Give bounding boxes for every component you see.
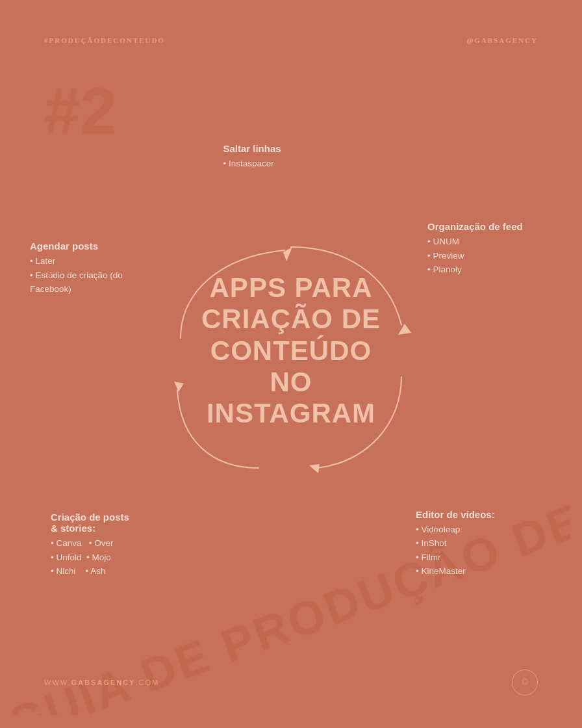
section-organizacao-item-1: • UNUM — [427, 235, 551, 249]
footer-url-bold: GABSAGENCY — [71, 679, 136, 686]
section-editor-item-1: • Videoleap — [416, 523, 546, 537]
section-organizacao: Organização de feed • UNUM • Preview • P… — [427, 221, 551, 277]
section-editor: Editor de vídeos: • Videoleap • InShot •… — [416, 509, 546, 578]
handle-label: @GABSAGENCY — [466, 36, 538, 44]
section-criacao-item-3: • Nichi • Ash — [51, 564, 207, 578]
section-editor-item-3: • Filmr — [416, 551, 546, 565]
top-bar: #PRODUÇÃODECONTEÚDO @GABSAGENCY — [12, 13, 570, 44]
section-organizacao-title: Organização de feed — [427, 221, 551, 232]
footer-circle: © — [512, 670, 538, 696]
section-saltar-title: Saltar linhas — [223, 143, 281, 154]
section-agendar-title: Agendar posts — [30, 240, 144, 252]
section-editor-title: Editor de vídeos: — [416, 509, 546, 520]
center-title: APPS PARA CRIAÇÃO DE CONTEÚDO NO INSTAGR… — [187, 272, 395, 429]
section-editor-item-4: • KineMaster — [416, 564, 546, 578]
section-agendar-item-1: • Later — [30, 254, 144, 268]
section-organizacao-item-3: • Planoly — [427, 263, 551, 277]
main-title: APPS PARA CRIAÇÃO DE CONTEÚDO NO INSTAGR… — [187, 272, 395, 429]
section-saltar-item-1: • Instaspacer — [223, 157, 281, 171]
hashtag-label: #PRODUÇÃODECONTEÚDO — [44, 36, 165, 44]
footer-url: WWW.GABSAGENCY.COM — [44, 679, 159, 686]
section-agendar: Agendar posts • Later • Estúdio de criaç… — [30, 240, 144, 296]
section-saltar-linhas: Saltar linhas • Instaspacer — [223, 143, 281, 171]
section-editor-item-2: • InShot — [416, 536, 546, 551]
svg-marker-0 — [398, 324, 411, 335]
section-criacao: Criação de posts& stories: • Canva • Ove… — [51, 512, 207, 578]
svg-marker-1 — [309, 464, 320, 473]
section-agendar-item-2: • Estúdio de criação (do Facebook) — [30, 268, 144, 296]
svg-marker-3 — [283, 247, 292, 261]
section-criacao-item-1: • Canva • Over — [51, 536, 207, 551]
number-badge: #2 — [44, 78, 116, 143]
section-organizacao-item-2: • Preview — [427, 249, 551, 263]
section-criacao-title: Criação de posts& stories: — [51, 512, 207, 534]
svg-marker-2 — [174, 382, 184, 392]
card: GUIA DE PRODUÇÃO DE CONTEÚDO DE #PRODUÇÃ… — [12, 13, 570, 715]
section-criacao-item-2: • Unfold • Mojo — [51, 551, 207, 565]
footer: WWW.GABSAGENCY.COM © — [12, 670, 570, 696]
